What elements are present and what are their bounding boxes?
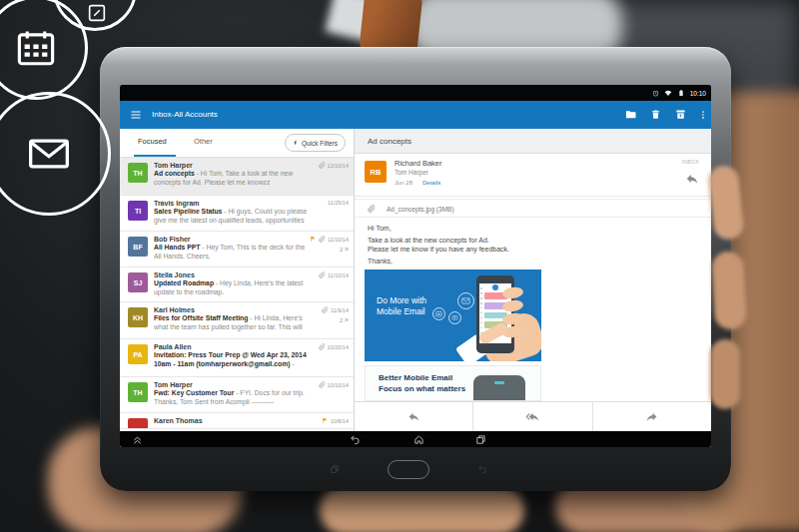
message-subject-bar: Ad concepts [355, 129, 711, 154]
avatar: BF [128, 237, 148, 257]
sender-name: Richard Baker [395, 159, 442, 168]
forward-icon [645, 410, 658, 423]
email-preview: Sales Pipeline Status - Hi guys, Could y… [154, 208, 308, 226]
email-list-pane: Focused Other Quick Filters TH Tom Harpe… [120, 129, 355, 431]
envelope-badge-icon [457, 292, 474, 309]
email-sender: Travis Ingram [154, 199, 308, 208]
email-list-item[interactable]: TI Travis Ingram Sales Pipeline Status -… [120, 196, 354, 232]
reply-button[interactable] [355, 402, 472, 431]
forward-button[interactable] [593, 402, 711, 431]
calendar-badge-icon [432, 307, 445, 320]
avatar: SJ [128, 272, 148, 292]
banner-heading-line2: Mobile Email [377, 306, 426, 317]
collapse-icon[interactable] [132, 434, 143, 445]
attachment-icon [319, 343, 326, 350]
attachment-row[interactable]: Ad_concepts.jpg (3MB) [355, 199, 711, 218]
delete-icon[interactable] [650, 109, 661, 120]
mail-circle-badge [0, 92, 111, 216]
email-date: 10/8/14 [331, 418, 349, 424]
battery-icon [677, 89, 685, 97]
folder-icon[interactable] [625, 109, 636, 120]
email-preview: Updated Roadmap - Hey Linda, Here's the … [154, 279, 308, 296]
avatar: TI [128, 201, 148, 221]
email-list-item[interactable]: PA Paula Allen Invitation: Press Tour Pr… [120, 339, 354, 377]
lightning-icon [293, 139, 299, 147]
email-sender: Stella Jones [154, 270, 308, 279]
email-list-item[interactable]: TH Tom Harper Ad concepts - Hi Tom, Take… [120, 158, 354, 196]
recipient-name: Tom Harper [395, 169, 428, 176]
attachment-icon [319, 271, 326, 278]
home-button[interactable] [413, 434, 424, 445]
right-hand-fingertip [711, 251, 747, 330]
banner-heading-line1: Do More with [377, 295, 426, 306]
email-date: 11/10/14 [328, 237, 349, 243]
sender-avatar: RB [365, 161, 387, 183]
attachment-icon [319, 381, 326, 388]
avatar: TH [128, 382, 148, 402]
tab-other[interactable]: Other [194, 137, 213, 146]
embedded-image-banner: Do More with Mobile Email [365, 269, 541, 361]
back-button[interactable] [350, 434, 361, 445]
compose-icon [86, 2, 108, 24]
email-list-item[interactable]: Karen Thomas 10/8/14 [120, 413, 354, 429]
tablet-screen: 10:10 Inbox-All Accounts Focused Other [120, 85, 711, 447]
banner-sub-line1: Better Mobile Email [379, 373, 452, 382]
tab-focused[interactable]: Focused [138, 137, 167, 146]
details-link[interactable]: Details [422, 180, 440, 186]
thread-count: 2 » [322, 316, 349, 323]
app-bar: Inbox-All Accounts [120, 101, 711, 129]
email-preview: Files for Offsite Staff Meeting - Hi Lin… [154, 314, 308, 332]
email-sender: Paula Allen [154, 342, 308, 351]
message-header: RB Richard Baker Tom Harper Jun 28 Detai… [355, 154, 711, 197]
right-hand-fingertip [710, 339, 740, 409]
embedded-image-footer: Better Mobile Email Focus on what matter… [365, 365, 541, 401]
email-list-item[interactable]: BF Bob Fisher All Hands PPT - Hey Tom, T… [120, 232, 354, 267]
email-list-item[interactable]: TH Tom Harper Fwd: Key Customer Tour - F… [120, 377, 354, 413]
email-list-item[interactable]: KH Karl Holmes Files for Offsite Staff M… [120, 302, 354, 339]
email-list-item[interactable]: SJ Stella Jones Updated Roadmap - Hey Li… [120, 267, 354, 302]
body-line: Thanks, [368, 258, 393, 265]
reading-pane: Ad concepts RB Richard Baker Tom Harper … [355, 129, 711, 431]
illustration-tablet [473, 375, 525, 401]
archive-icon[interactable] [675, 109, 686, 120]
avatar: PA [128, 344, 148, 364]
physical-home-button[interactable] [388, 460, 429, 479]
email-sender: Karen Thomas [154, 416, 308, 425]
avatar: KH [128, 307, 148, 327]
attachment-filename: Ad_concepts.jpg (3MB) [387, 206, 454, 213]
body-line: Hi Tom, [368, 225, 392, 232]
avatar: TH [128, 163, 148, 183]
attachment-icon [319, 236, 326, 243]
reply-icon [407, 410, 420, 423]
status-time: 10:10 [690, 90, 706, 97]
app-bar-title: Inbox-All Accounts [152, 101, 218, 129]
calendar-circle-badge [0, 0, 88, 100]
email-sender: Bob Fisher [154, 235, 308, 244]
reply-icon[interactable] [685, 172, 699, 186]
attachment-icon [319, 162, 326, 169]
flag-icon [310, 236, 317, 243]
email-date: 12/10/14 [328, 163, 349, 169]
reply-all-icon [525, 410, 539, 423]
physical-back-icon[interactable] [477, 464, 487, 474]
quick-filters-button[interactable]: Quick Filters [285, 134, 346, 152]
email-preview: Ad concepts - Hi Tom, Take a look at the… [154, 170, 308, 187]
hamburger-menu-icon[interactable] [130, 109, 142, 121]
email-date: 11/9/14 [331, 307, 349, 313]
scene: 10:10 Inbox-All Accounts Focused Other [0, 0, 799, 532]
overflow-menu-icon[interactable] [698, 110, 708, 120]
attachment-icon [322, 306, 329, 313]
attachment-icon [368, 205, 376, 213]
folder-badge: INBOX [681, 159, 699, 165]
message-action-bar [355, 401, 711, 431]
email-sender: Karl Holmes [154, 305, 308, 314]
reply-all-button[interactable] [472, 402, 592, 431]
message-date: Jun 28 [395, 180, 412, 186]
email-date: 10/10/14 [328, 382, 349, 388]
recents-button[interactable] [475, 434, 486, 445]
flag-icon [322, 417, 329, 424]
embedded-image[interactable]: Do More with Mobile Email [365, 269, 541, 401]
calendar-icon [15, 27, 57, 69]
physical-recents-icon[interactable] [330, 464, 340, 474]
body-line: Please let me know if you have any feedb… [368, 246, 509, 253]
